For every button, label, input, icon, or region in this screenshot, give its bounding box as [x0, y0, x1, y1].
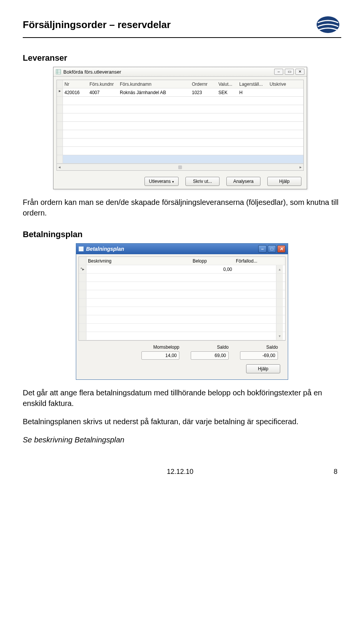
grid-icon [56, 69, 61, 74]
close-button[interactable]: ✕ [295, 69, 304, 75]
skriv-ut-button[interactable]: Skriv ut... [185, 177, 220, 186]
col-kundnr[interactable]: Förs.kundnr [89, 82, 120, 87]
hjalp-button[interactable]: Hjälp [267, 177, 301, 186]
table-row[interactable] [57, 122, 303, 130]
window-bokforda-leveranser: Bokförda förs.utleveranser – ▭ ✕ Nr Förs… [53, 67, 307, 189]
table-row[interactable] [79, 290, 285, 299]
close-button[interactable]: ✕ [277, 245, 286, 253]
value-saldo: 69,00 [191, 351, 229, 360]
leveranser-text: Från ordern kan man se den/de skapade fö… [23, 197, 341, 218]
col-belopp[interactable]: Belopp [193, 258, 234, 264]
betalningsplan-p2: Betalningsplanen skrivs ut nederst på fa… [23, 416, 341, 427]
page-title: Försäljningsorder – reservdelar [23, 19, 171, 31]
minimize-button[interactable]: – [258, 245, 267, 253]
betalningsplan-p1: Det går att ange flera betalningsdatum m… [23, 387, 341, 409]
table-row[interactable]: ▸ 420016 4007 Roknäs Järnhandel AB 1023 … [57, 88, 303, 97]
analysera-button[interactable]: Analysera [226, 177, 260, 186]
grid-header: Nr Förs.kundnr Förs.kundnamn Ordernr Val… [57, 80, 303, 88]
chevron-down-icon: ▾ [172, 180, 174, 184]
footer-page: 8 [334, 468, 337, 476]
value-momsbelopp: 14,00 [141, 351, 179, 360]
col-beskrivning[interactable]: Beskrivning [86, 258, 193, 264]
cell-valut: SEK [218, 90, 239, 95]
summary-labels: Momsbelopp Saldo Saldo [78, 341, 286, 351]
page-footer: 12.12.10 8 [23, 468, 341, 476]
label-momsbelopp: Momsbelopp [141, 345, 179, 350]
window-betalningsplan: Betalningsplan – □ ✕ Beskrivning Belopp … [76, 243, 288, 380]
cell-lager: H [239, 90, 270, 95]
cell-nr: 420016 [63, 90, 89, 95]
table-row[interactable] [79, 282, 285, 290]
label-saldo: Saldo [240, 345, 278, 350]
betalningsplan-grid: Beskrivning Belopp Förfallod... *▸ 0,00 … [78, 256, 286, 341]
logo-icon [315, 15, 341, 34]
section-leveranser-title: Leveranser [23, 53, 341, 63]
scroll-left-icon[interactable]: ◂ [58, 165, 61, 170]
grid-icon [78, 246, 84, 252]
col-utskr[interactable]: Utskrive [270, 82, 292, 87]
table-row[interactable] [57, 105, 303, 113]
col-lager[interactable]: Lagerställ... [239, 82, 270, 87]
table-row[interactable] [57, 147, 303, 155]
minimize-button[interactable]: – [274, 69, 283, 75]
table-row[interactable] [79, 299, 285, 307]
col-valut[interactable]: Valut... [218, 82, 239, 87]
titlebar: Betalningsplan – □ ✕ [76, 244, 288, 254]
titlebar: Bokförda förs.utleveranser – ▭ ✕ [53, 67, 307, 77]
table-row[interactable] [79, 307, 285, 315]
table-row[interactable] [57, 97, 303, 105]
page-header: Försäljningsorder – reservdelar [23, 15, 341, 38]
table-row[interactable] [57, 138, 303, 147]
table-row[interactable] [57, 113, 303, 122]
summary-values: 14,00 69,00 -69,00 [78, 351, 286, 363]
col-kundnamn[interactable]: Förs.kundnamn [120, 82, 192, 87]
table-row[interactable]: ▾ [79, 332, 285, 340]
utleverans-button[interactable]: Utleverans▾ [144, 177, 179, 186]
svg-rect-5 [79, 247, 83, 251]
maximize-button[interactable]: ▭ [285, 69, 294, 75]
label-saldo: Saldo [191, 345, 229, 350]
betalningsplan-see-also: Se beskrivning Betalningsplan [23, 434, 341, 445]
scroll-thumb[interactable] [178, 165, 182, 169]
window-title: Bokförda förs.utleveranser [63, 69, 121, 75]
horizontal-scrollbar[interactable]: ◂ ▸ [57, 164, 303, 170]
leveranser-grid: Nr Förs.kundnr Förs.kundnamn Ordernr Val… [56, 80, 304, 171]
scroll-up-icon[interactable]: ▴ [276, 265, 283, 273]
grid-header: Beskrivning Belopp Förfallod... [79, 257, 285, 265]
scroll-down-icon[interactable]: ▾ [276, 332, 283, 340]
table-row[interactable] [57, 130, 303, 138]
scroll-right-icon[interactable]: ▸ [300, 165, 302, 170]
table-row[interactable] [57, 155, 303, 164]
new-row-icon: *▸ [79, 265, 86, 273]
window-title: Betalningsplan [86, 246, 124, 252]
cell-kundnamn: Roknäs Järnhandel AB [120, 90, 192, 95]
col-nr[interactable]: Nr [63, 82, 89, 87]
cell-kundnr: 4007 [89, 90, 120, 95]
footer-date: 12.12.10 [167, 468, 193, 476]
section-betalningsplan-title: Betalningsplan [23, 230, 341, 239]
col-ordernr[interactable]: Ordernr [192, 82, 218, 87]
col-forfallod[interactable]: Förfallod... [234, 258, 276, 264]
table-row[interactable] [79, 324, 285, 332]
table-row[interactable] [79, 274, 285, 282]
cell-belopp: 0,00 [193, 267, 234, 272]
table-row[interactable]: *▸ 0,00 ▴ [79, 265, 285, 274]
maximize-button[interactable]: □ [268, 245, 276, 253]
row-selector-icon: ▸ [57, 88, 63, 96]
hjalp-button[interactable]: Hjälp [246, 364, 280, 373]
table-row[interactable] [79, 315, 285, 324]
svg-rect-1 [56, 69, 61, 74]
cell-ordernr: 1023 [192, 90, 218, 95]
value-saldo: -69,00 [240, 351, 278, 360]
